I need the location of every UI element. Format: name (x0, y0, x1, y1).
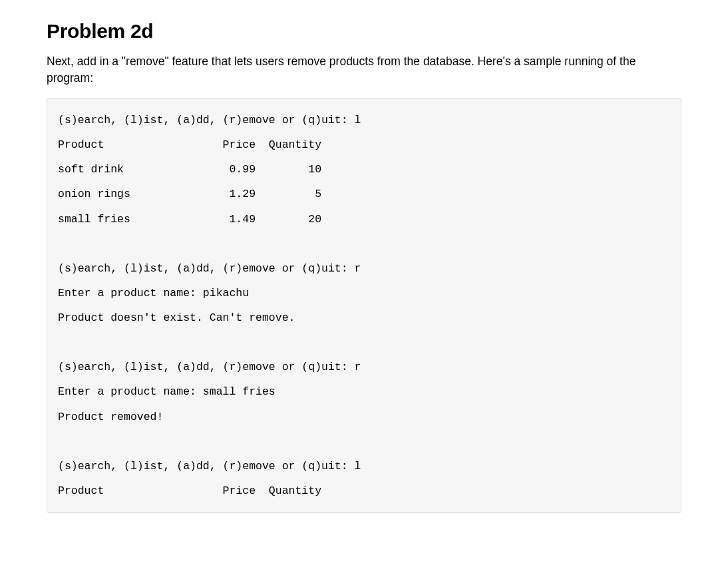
code-output-block: (s)earch, (l)ist, (a)dd, (r)emove or (q)… (47, 98, 681, 513)
problem-heading: Problem 2d (47, 20, 681, 43)
problem-description: Next, add in a "remove" feature that let… (47, 53, 681, 86)
